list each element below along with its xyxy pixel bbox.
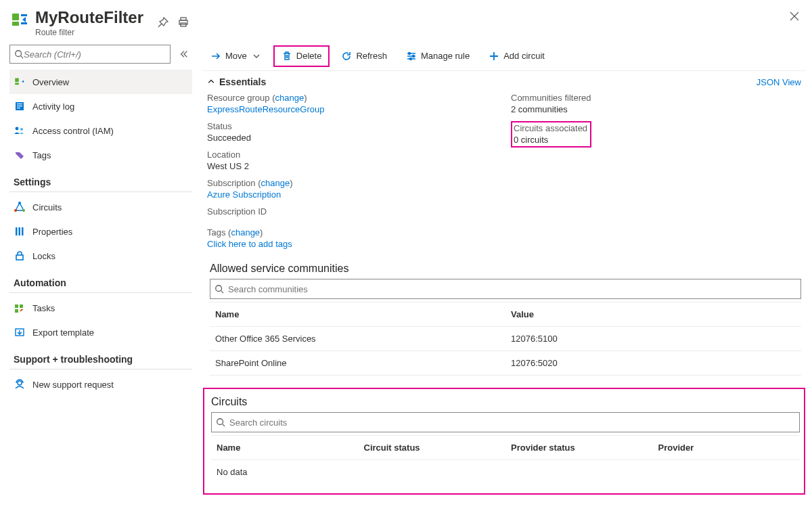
svg-rect-7 (15, 83, 19, 85)
svg-point-26 (409, 52, 411, 54)
svg-rect-22 (15, 309, 18, 313)
search-icon (14, 49, 24, 59)
column-header-provider-status[interactable]: Provider status (505, 436, 653, 460)
tags-change-link[interactable]: change (231, 227, 260, 238)
table-row-nodata: No data (211, 460, 800, 484)
svg-rect-21 (15, 304, 18, 308)
essentials-header[interactable]: Essentials (219, 76, 266, 87)
sidebar-section-automation: Automation (9, 268, 192, 293)
delete-button[interactable]: Delete (273, 45, 330, 67)
circuits-table: Name Circuit status Provider status Prov… (211, 435, 800, 484)
sidebar-item-label: Tasks (32, 303, 55, 313)
circuits-search[interactable] (211, 412, 800, 432)
button-label: Refresh (356, 51, 387, 61)
sidebar-item-new-support-request[interactable]: New support request (9, 372, 192, 397)
svg-point-30 (217, 419, 223, 425)
column-header-name[interactable]: Name (210, 302, 505, 327)
column-header-name[interactable]: Name (211, 436, 359, 460)
resource-group-label: Resource group (207, 93, 270, 103)
allowed-communities-table: Name Value Other Office 365 Services 120… (210, 302, 801, 376)
activity-log-icon (14, 101, 26, 112)
svg-point-28 (410, 58, 412, 60)
people-icon (14, 125, 26, 136)
column-header-circuit-status[interactable]: Circuit status (359, 436, 506, 460)
subscription-label: Subscription (207, 178, 256, 188)
search-icon (216, 418, 225, 427)
plus-icon (489, 51, 499, 62)
tasks-icon (14, 302, 26, 313)
sidebar-item-label: Activity log (32, 101, 74, 112)
status-value: Succeeded (207, 133, 497, 143)
add-circuit-button[interactable]: Add circuit (481, 45, 552, 67)
sidebar-search-input[interactable] (24, 49, 166, 60)
sidebar-item-circuits[interactable]: Circuits (9, 195, 192, 219)
cell-name: Other Office 365 Services (210, 327, 505, 351)
move-icon (210, 51, 221, 62)
sidebar-item-label: Locks (32, 251, 55, 261)
subscription-change-link[interactable]: change (261, 178, 290, 188)
sidebar-item-activity-log[interactable]: Activity log (9, 94, 192, 118)
svg-rect-19 (22, 227, 24, 235)
allowed-communities-search[interactable] (210, 279, 801, 299)
circuits-associated-value: 0 circuits (514, 135, 587, 145)
circuits-icon (14, 202, 26, 212)
sidebar-item-overview[interactable]: Overview (9, 70, 192, 94)
search-icon (215, 284, 224, 294)
no-data-text: No data (211, 460, 800, 484)
svg-point-27 (413, 55, 415, 57)
allowed-communities-search-input[interactable] (228, 284, 796, 294)
sidebar-item-tasks[interactable]: Tasks (9, 296, 192, 320)
tags-add-link[interactable]: Click here to add tags (207, 239, 801, 249)
sidebar-search[interactable] (9, 45, 171, 64)
allowed-communities-title: Allowed service communities (203, 253, 805, 279)
subscription-id-label: Subscription ID (207, 206, 497, 217)
svg-point-12 (16, 127, 19, 131)
table-row[interactable]: SharePoint Online 12076:5020 (210, 351, 801, 376)
refresh-icon (341, 51, 352, 62)
column-header-value[interactable]: Value (505, 302, 801, 327)
table-row[interactable]: Other Office 365 Services 12076:5100 (210, 327, 801, 351)
close-button[interactable] (789, 9, 800, 25)
print-button[interactable] (173, 12, 194, 32)
button-label: Manage rule (421, 51, 470, 61)
overview-icon (14, 76, 26, 87)
sidebar-item-label: Properties (32, 227, 72, 237)
svg-rect-9 (17, 104, 22, 104)
sidebar-item-tags[interactable]: Tags (9, 143, 192, 167)
resource-group-change-link[interactable]: change (275, 93, 304, 103)
sidebar-item-export-template[interactable]: Export template (9, 320, 192, 344)
svg-point-13 (20, 128, 23, 131)
button-label: Delete (296, 51, 322, 61)
svg-point-15 (22, 209, 25, 212)
json-view-link[interactable]: JSON View (757, 77, 801, 87)
pin-button[interactable] (153, 12, 173, 32)
svg-point-16 (18, 202, 21, 204)
collapse-sidebar-button[interactable] (176, 44, 192, 64)
sidebar-item-label: New support request (32, 380, 114, 390)
support-icon (14, 379, 26, 390)
svg-point-14 (14, 209, 17, 212)
refresh-button[interactable]: Refresh (334, 45, 394, 67)
column-header-provider[interactable]: Provider (653, 436, 800, 460)
svg-rect-23 (20, 304, 23, 308)
circuits-associated-label: Circuits associated (514, 123, 587, 133)
resource-group-value[interactable]: ExpressRouteResourceGroup (207, 104, 497, 114)
subscription-value[interactable]: Azure Subscription (207, 189, 497, 200)
sidebar-section-settings: Settings (9, 167, 192, 192)
svg-rect-0 (12, 14, 19, 20)
move-button[interactable]: Move (203, 45, 269, 67)
sidebar-item-iam[interactable]: Access control (IAM) (9, 118, 192, 143)
svg-point-29 (216, 286, 222, 292)
circuits-search-input[interactable] (229, 418, 795, 428)
sidebar-item-locks[interactable]: Locks (9, 244, 192, 268)
page-title: MyRouteFilter (35, 8, 143, 27)
sidebar-item-properties[interactable]: Properties (9, 219, 192, 244)
manage-rule-button[interactable]: Manage rule (399, 45, 477, 67)
chevron-up-icon[interactable] (207, 77, 215, 87)
location-label: Location (207, 150, 497, 160)
communities-filtered-value: 2 communities (511, 104, 801, 114)
button-label: Move (225, 51, 247, 61)
communities-filtered-label: Communities filtered (511, 93, 801, 103)
lock-icon (14, 250, 26, 261)
sidebar-section-support: Support + troubleshooting (9, 344, 192, 369)
